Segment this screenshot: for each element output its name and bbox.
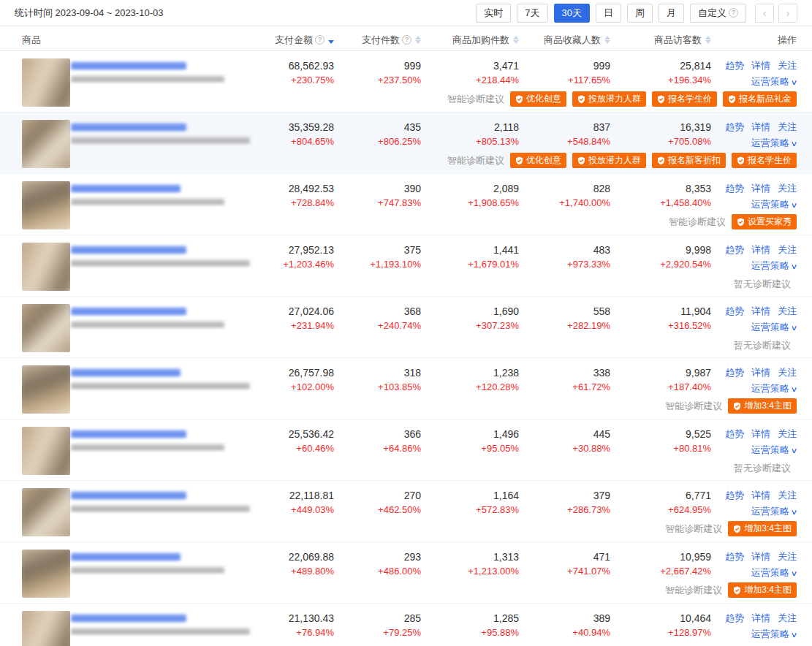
next-page-button[interactable]: ›: [778, 4, 797, 23]
time-filter-week[interactable]: 周: [627, 4, 653, 23]
strategy-dropdown[interactable]: 运营策略 ∨: [751, 259, 797, 273]
table-body: 68,562.93 +230.75% 999 +237.50% 3,471 +2…: [0, 51, 812, 646]
diagnosis-badge-button[interactable]: 报名学生价: [732, 153, 797, 168]
time-filter-30days[interactable]: 30天: [554, 4, 590, 23]
product-title-link[interactable]: [71, 553, 181, 560]
diagnosis-badge-button[interactable]: 增加3:4主图: [728, 398, 797, 414]
column-fav-count[interactable]: 商品收藏人数: [519, 34, 610, 47]
strategy-dropdown[interactable]: 运营策略 ∨: [751, 628, 797, 641]
strategy-dropdown[interactable]: 运营策略 ∨: [751, 137, 797, 150]
trend-link[interactable]: 趋势: [725, 366, 744, 379]
trend-link[interactable]: 趋势: [725, 182, 744, 195]
time-filter-custom[interactable]: 自定义 ?: [690, 4, 746, 23]
follow-link[interactable]: 关注: [778, 59, 797, 72]
diagnosis-badge-button[interactable]: 投放潜力人群: [572, 91, 646, 107]
follow-link[interactable]: 关注: [778, 489, 797, 502]
detail-link[interactable]: 详情: [751, 182, 770, 195]
strategy-dropdown[interactable]: 运营策略 ∨: [751, 566, 797, 580]
trend-link[interactable]: 趋势: [725, 489, 744, 502]
follow-link[interactable]: 关注: [778, 121, 797, 134]
diagnosis-badge-button[interactable]: 报名学生价: [652, 91, 717, 107]
strategy-dropdown[interactable]: 运营策略 ∨: [751, 444, 797, 457]
product-image[interactable]: [22, 181, 70, 229]
time-filter-realtime[interactable]: 实时: [476, 4, 511, 23]
trend-link[interactable]: 趋势: [725, 550, 744, 563]
diagnosis-badge-button[interactable]: 增加3:4主图: [728, 582, 797, 598]
product-image[interactable]: [22, 550, 70, 598]
detail-link[interactable]: 详情: [751, 428, 770, 441]
product-image[interactable]: [22, 611, 70, 646]
help-icon[interactable]: ?: [402, 35, 411, 45]
product-title-link[interactable]: [71, 246, 186, 254]
sort-icon-active-desc[interactable]: [328, 36, 334, 44]
follow-link[interactable]: 关注: [778, 366, 797, 379]
detail-link[interactable]: 详情: [751, 305, 770, 318]
sort-icon[interactable]: [705, 36, 711, 44]
diagnosis-badge-button[interactable]: 报名新品礼金: [723, 91, 797, 107]
detail-link[interactable]: 详情: [751, 366, 770, 379]
product-image[interactable]: [22, 120, 70, 168]
detail-link[interactable]: 详情: [751, 121, 770, 134]
follow-link[interactable]: 关注: [778, 182, 797, 195]
detail-link[interactable]: 详情: [751, 243, 770, 256]
time-filter-day[interactable]: 日: [596, 4, 621, 23]
diagnosis-badge-button[interactable]: 设置买家秀: [732, 214, 797, 229]
strategy-dropdown[interactable]: 运营策略 ∨: [751, 505, 797, 518]
detail-link[interactable]: 详情: [751, 489, 770, 502]
follow-link[interactable]: 关注: [778, 305, 797, 318]
product-title-link[interactable]: [71, 185, 181, 192]
product-title-link[interactable]: [71, 123, 186, 131]
product-image[interactable]: [22, 365, 70, 414]
trend-link[interactable]: 趋势: [725, 305, 744, 318]
trend-link[interactable]: 趋势: [725, 243, 744, 256]
product-title-link[interactable]: [71, 615, 186, 622]
help-icon[interactable]: ?: [315, 35, 325, 45]
product-image[interactable]: [22, 304, 70, 352]
time-filter-7days[interactable]: 7天: [517, 4, 547, 23]
follow-link[interactable]: 关注: [778, 550, 797, 563]
trend-link[interactable]: 趋势: [725, 612, 744, 625]
row-actions: 趋势 详情 关注 运营策略 ∨: [711, 550, 797, 580]
column-pay-count[interactable]: 支付件数 ?: [334, 34, 421, 47]
strategy-dropdown[interactable]: 运营策略 ∨: [751, 198, 797, 211]
diagnosis-badge-button[interactable]: 优化创意: [510, 91, 566, 107]
visitor-count-change: +2,920.54%: [610, 257, 711, 272]
product-title-link[interactable]: [71, 492, 186, 499]
product-title-link[interactable]: [71, 369, 181, 376]
prev-page-button[interactable]: ‹: [755, 4, 774, 23]
column-pay-amount[interactable]: 支付金额 ?: [270, 34, 334, 47]
diagnosis-badge-button[interactable]: 增加3:4主图: [728, 521, 797, 536]
column-visitor-count[interactable]: 商品访客数: [610, 34, 711, 47]
sort-icon[interactable]: [604, 36, 610, 44]
detail-link[interactable]: 详情: [751, 59, 770, 72]
product-image[interactable]: [22, 488, 70, 536]
trend-link[interactable]: 趋势: [725, 59, 744, 72]
product-subtitle: [71, 137, 250, 143]
sort-icon[interactable]: [513, 36, 519, 44]
diagnosis-badges: 增加3:4主图: [728, 398, 797, 414]
product-image[interactable]: [22, 58, 70, 107]
fav-count-cell: 389 +40.94%: [519, 612, 610, 641]
strategy-dropdown[interactable]: 运营策略 ∨: [751, 321, 797, 334]
product-title-link[interactable]: [71, 62, 186, 69]
diagnosis-badge-button[interactable]: 报名新客折扣: [652, 153, 726, 168]
product-title-link[interactable]: [71, 308, 186, 315]
follow-link[interactable]: 关注: [778, 243, 797, 256]
detail-link[interactable]: 详情: [751, 550, 770, 563]
trend-link[interactable]: 趋势: [725, 428, 744, 441]
diagnosis-badge-button[interactable]: 优化创意: [510, 153, 566, 168]
product-image[interactable]: [22, 427, 70, 475]
detail-link[interactable]: 详情: [751, 612, 770, 625]
time-filter-month[interactable]: 月: [659, 4, 684, 23]
strategy-dropdown[interactable]: 运营策略 ∨: [751, 382, 797, 395]
product-title-link[interactable]: [71, 430, 186, 438]
sort-icon[interactable]: [415, 36, 421, 44]
follow-link[interactable]: 关注: [778, 428, 797, 441]
follow-link[interactable]: 关注: [778, 612, 797, 625]
fav-count-change: +282.19%: [519, 319, 610, 333]
strategy-dropdown[interactable]: 运营策略 ∨: [751, 75, 797, 88]
product-image[interactable]: [22, 243, 70, 291]
diagnosis-badge-button[interactable]: 投放潜力人群: [572, 153, 646, 168]
column-cart-count[interactable]: 商品加购件数: [421, 34, 519, 47]
trend-link[interactable]: 趋势: [725, 121, 744, 134]
